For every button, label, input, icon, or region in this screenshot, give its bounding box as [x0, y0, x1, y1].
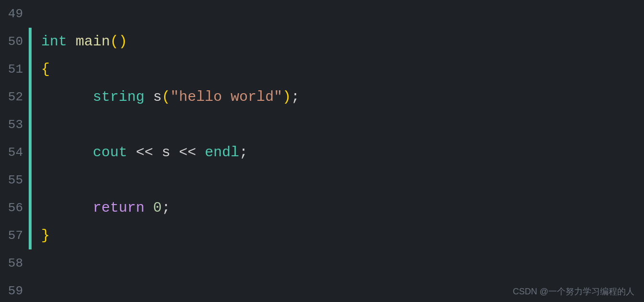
- code-line-55: 55: [0, 166, 644, 194]
- code-line-52: 52 string s("hello world");: [0, 83, 644, 111]
- code-line-53: 53: [0, 111, 644, 139]
- paren-close-52: ): [282, 89, 291, 105]
- line-gutter-58: [29, 249, 32, 277]
- line-number-52: 52: [0, 83, 29, 111]
- line-number-55: 55: [0, 166, 29, 194]
- code-area: 49 50 int main() 51 { 52 string s("hello…: [0, 0, 644, 302]
- number-zero: 0: [153, 200, 162, 216]
- line-gutter-55: [29, 166, 32, 194]
- paren-open-52: (: [162, 89, 170, 105]
- line-gutter-53: [29, 111, 32, 139]
- line-number-49: 49: [0, 0, 29, 28]
- line-content-56: return 0;: [32, 194, 170, 222]
- keyword-return: return: [93, 200, 144, 216]
- brace-close-57: }: [41, 227, 50, 244]
- line-gutter-59: [29, 277, 32, 302]
- line-number-57: 57: [0, 222, 29, 249]
- code-line-56: 56 return 0;: [0, 194, 644, 222]
- code-line-50: 50 int main(): [0, 28, 644, 55]
- line-number-54: 54: [0, 139, 29, 166]
- line-number-51: 51: [0, 55, 29, 83]
- line-content-57: }: [32, 222, 50, 249]
- code-line-58: 58: [0, 249, 644, 277]
- line-number-58: 58: [0, 249, 29, 277]
- line-number-50: 50: [0, 28, 29, 55]
- keyword-int: int: [41, 33, 67, 50]
- paren-close-50: ): [119, 33, 127, 50]
- line-content-52: string s("hello world");: [32, 83, 300, 111]
- code-line-57: 57 }: [0, 222, 644, 249]
- string-literal: "hello world": [170, 89, 282, 105]
- line-number-53: 53: [0, 111, 29, 139]
- watermark: CSDN @一个努力学习编程的人: [513, 286, 634, 297]
- paren-open-50: (: [110, 33, 119, 50]
- code-line-49: 49: [0, 0, 644, 28]
- keyword-endl: endl: [205, 144, 239, 161]
- keyword-string: string: [93, 89, 144, 105]
- line-content-51: {: [32, 55, 50, 83]
- line-number-56: 56: [0, 194, 29, 222]
- brace-open-51: {: [41, 61, 50, 77]
- line-gutter-49: [29, 0, 32, 28]
- code-line-54: 54 cout << s << endl;: [0, 139, 644, 166]
- editor-container: 49 50 int main() 51 { 52 string s("hello…: [0, 0, 644, 302]
- func-main: main: [76, 33, 110, 50]
- code-line-51: 51 {: [0, 55, 644, 83]
- line-content-50: int main(): [32, 28, 127, 55]
- line-number-59: 59: [0, 277, 29, 302]
- line-content-54: cout << s << endl;: [32, 139, 248, 166]
- keyword-cout: cout: [93, 144, 127, 161]
